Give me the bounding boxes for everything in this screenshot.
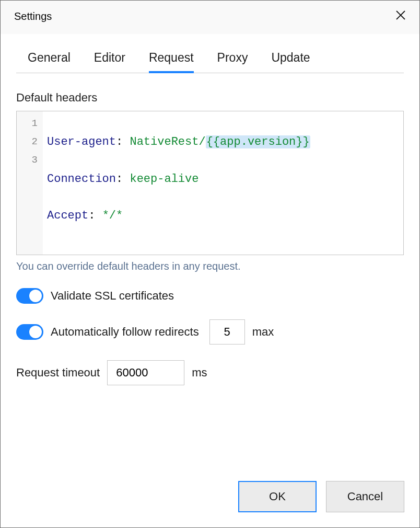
- default-headers-label: Default headers: [16, 91, 404, 105]
- tab-general[interactable]: General: [28, 43, 71, 73]
- max-redirects-suffix: max: [252, 325, 274, 339]
- request-timeout-suffix: ms: [192, 366, 207, 380]
- tab-update[interactable]: Update: [271, 43, 310, 73]
- header-value: keep-alive: [130, 173, 199, 186]
- window-title: Settings: [14, 10, 52, 22]
- editor-gutter: 1 2 3: [17, 111, 43, 255]
- line-number: 1: [17, 114, 38, 133]
- editor-content[interactable]: User-agent: NativeRest/{{app.version}} C…: [43, 111, 312, 255]
- follow-redirects-toggle[interactable]: [16, 324, 43, 340]
- header-value: NativeRest/: [130, 135, 205, 148]
- header-key: Accept: [47, 209, 88, 222]
- default-headers-editor[interactable]: 1 2 3 User-agent: NativeRest/{{app.versi…: [16, 111, 404, 255]
- validate-ssl-toggle[interactable]: [16, 288, 43, 304]
- follow-redirects-label: Automatically follow redirects: [51, 325, 199, 339]
- header-colon: :: [88, 209, 95, 222]
- line-number: 2: [17, 133, 38, 151]
- header-colon: :: [116, 135, 123, 148]
- header-key: User-agent: [47, 135, 116, 148]
- close-icon[interactable]: [393, 8, 408, 25]
- headers-hint: You can override default headers in any …: [16, 260, 404, 272]
- tab-proxy[interactable]: Proxy: [217, 43, 248, 73]
- tab-request[interactable]: Request: [149, 43, 194, 73]
- titlebar: Settings: [1, 1, 419, 34]
- tabs: General Editor Request Proxy Update: [16, 43, 404, 73]
- dialog-footer: OK Cancel: [0, 468, 420, 528]
- tab-editor[interactable]: Editor: [94, 43, 125, 73]
- validate-ssl-label: Validate SSL certificates: [51, 289, 174, 303]
- header-value: */*: [102, 209, 123, 222]
- header-key: Connection: [47, 173, 116, 186]
- header-colon: :: [116, 173, 123, 186]
- cancel-button[interactable]: Cancel: [326, 481, 404, 512]
- ok-button[interactable]: OK: [238, 481, 317, 512]
- max-redirects-input[interactable]: [209, 319, 245, 345]
- header-variable: {{app.version}}: [206, 135, 310, 148]
- line-number: 3: [17, 151, 38, 169]
- request-timeout-input[interactable]: [107, 360, 184, 385]
- request-timeout-label: Request timeout: [16, 366, 100, 380]
